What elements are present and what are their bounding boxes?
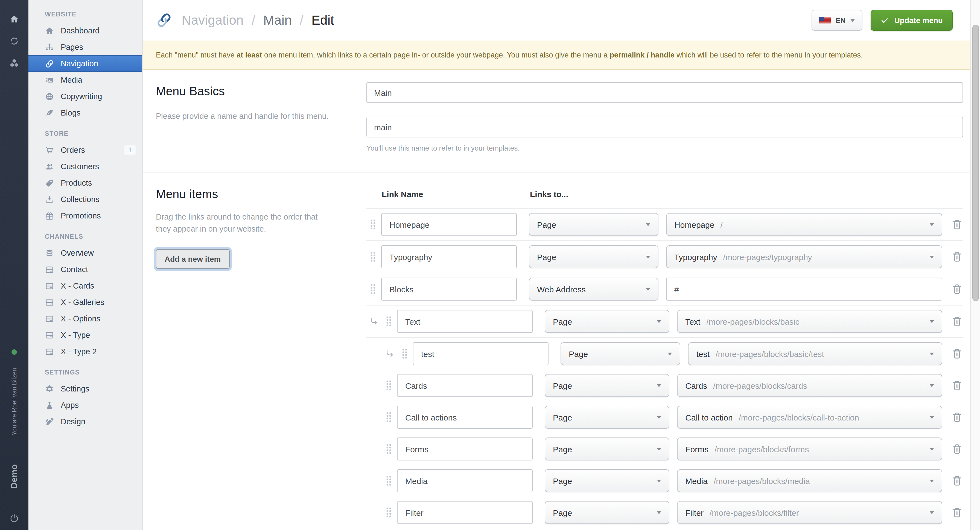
sidebar-item-collections[interactable]: Collections [29,191,142,208]
drag-handle[interactable] [385,412,393,423]
sidebar-item-copywriting[interactable]: Copywriting [29,88,142,105]
link-name-input[interactable] [397,501,533,524]
delete-item-button[interactable] [951,315,963,328]
link-target-select[interactable]: Homepage/ [666,213,942,236]
sidebar-item-x-galleries[interactable]: X - Galleries [29,294,142,310]
link-type-select[interactable]: Page [545,406,670,429]
sidebar-item-contact[interactable]: Contact [29,261,142,278]
link-name-input[interactable] [413,342,549,365]
sidebar-item-blogs[interactable]: Blogs [29,105,142,121]
link-target-select[interactable]: Forms/more-pages/blocks/forms [677,437,942,460]
delete-item-button[interactable] [951,442,963,455]
logout-power-icon[interactable] [9,514,19,524]
blocks-icon[interactable] [9,58,19,68]
link-type-select[interactable]: Page [545,310,670,333]
chevron-down-icon [930,223,934,226]
web-address-input[interactable] [666,278,942,300]
sidebar-item-x-options[interactable]: X - Options [29,310,142,327]
link-name-input[interactable] [397,437,533,460]
gift-icon [45,211,54,220]
link-type-select[interactable]: Page [529,245,659,268]
sidebar-item-x-cards[interactable]: X - Cards [29,278,142,294]
link-type-select[interactable]: Page [545,469,670,492]
sidebar-item-x-type-2[interactable]: X - Type 2 [29,343,142,360]
link-type-select[interactable]: Page [545,501,670,524]
link-name-input[interactable] [397,406,533,429]
sidebar-item-products[interactable]: Products [29,175,142,191]
update-menu-button[interactable]: Update menu [871,10,953,31]
sidebar-item-x-type[interactable]: X - Type [29,327,142,343]
sidebar-item-promotions[interactable]: Promotions [29,208,142,224]
delete-item-button[interactable] [951,250,963,263]
sidebar-item-customers[interactable]: Customers [29,158,142,175]
target-page-name: test [697,349,710,358]
link-target-select[interactable]: Filter/more-pages/blocks/filter [677,501,942,524]
scrollbar-track[interactable] [970,0,980,530]
delete-item-button[interactable] [951,347,963,360]
home-icon[interactable] [9,14,19,24]
link-name-input[interactable] [397,310,533,333]
link-name-input[interactable] [381,213,517,236]
link-type-select[interactable]: Web Address [529,278,659,300]
breadcrumb-root[interactable]: Navigation [181,13,243,27]
sidebar-item-label: Orders [61,146,85,155]
link-name-input[interactable] [397,469,533,492]
menu-name-input[interactable] [366,82,963,103]
drag-handle[interactable] [369,219,377,230]
menu-item-row-homepage: PageHomepage/ [366,209,963,240]
drag-handle[interactable] [385,316,393,327]
sidebar-section-title: SETTINGS [29,369,142,375]
add-new-item-button[interactable]: Add a new item [156,249,229,269]
sidebar-item-design[interactable]: Design [29,413,142,430]
link-target-select[interactable]: Call to action/more-pages/blocks/call-to… [677,406,942,429]
sidebar-item-pages[interactable]: Pages [29,39,142,55]
drag-handle[interactable] [385,444,393,455]
language-selector-button[interactable]: EN [812,10,863,31]
delete-item-button[interactable] [951,283,963,296]
link-target-select[interactable]: Text/more-pages/blocks/basic [677,310,942,333]
link-name-input[interactable] [381,278,517,300]
link-type-select[interactable]: Page [529,213,659,236]
sidebar-item-media[interactable]: Media [29,72,142,88]
drag-handle[interactable] [401,348,409,359]
sidebar-item-dashboard[interactable]: Dashboard [29,22,142,39]
target-page-path: /more-pages/blocks/call-to-action [739,413,859,422]
child-arrow-icon [385,349,395,359]
chevron-down-icon [646,288,650,291]
link-type-select[interactable]: Page [560,342,681,365]
breadcrumb-parent[interactable]: Main [263,13,292,27]
sidebar-item-orders[interactable]: Orders1 [29,142,142,158]
link-target-select[interactable]: Cards/more-pages/blocks/cards [677,374,942,397]
menu-item-row-media: PageMedia/more-pages/blocks/media [366,465,963,496]
drag-handle[interactable] [369,284,377,295]
drag-handle[interactable] [385,380,393,391]
users-icon [45,162,54,171]
link-target-select[interactable]: Media/more-pages/blocks/media [677,469,942,492]
user-note-text: You are Roel Van Bilzen [11,368,18,436]
sidebar-item-overview[interactable]: Overview [29,245,142,261]
sync-icon[interactable] [9,36,19,46]
sidebar-item-settings[interactable]: Settings [29,380,142,397]
workspace-link[interactable]: Demo [0,455,29,498]
link-target-select[interactable]: Typography/more-pages/typography [666,245,942,268]
delete-item-button[interactable] [951,379,963,392]
breadcrumb-separator: / [251,13,255,27]
delete-item-button[interactable] [951,218,963,231]
delete-item-button[interactable] [951,411,963,424]
delete-item-button[interactable] [951,506,963,519]
link-name-input[interactable] [397,374,533,397]
drag-handle[interactable] [385,507,393,518]
drag-handle[interactable] [369,251,377,262]
drag-handle[interactable] [385,475,393,486]
link-name-input[interactable] [381,245,517,268]
menu-handle-input[interactable] [366,117,963,137]
link-target-select[interactable]: test/more-pages/blocks/basic/test [688,342,942,365]
menu-item-row-blocks: Web Address [366,273,963,305]
delete-item-button[interactable] [951,474,963,487]
link-type-select[interactable]: Page [545,437,670,460]
scrollbar-thumb[interactable] [972,25,979,301]
sidebar-item-navigation[interactable]: Navigation [29,55,142,72]
sidebar-item-apps[interactable]: Apps [29,397,142,413]
link-type-select[interactable]: Page [545,374,670,397]
sidebar-section-settings: SETTINGSSettingsAppsDesign [29,369,142,430]
